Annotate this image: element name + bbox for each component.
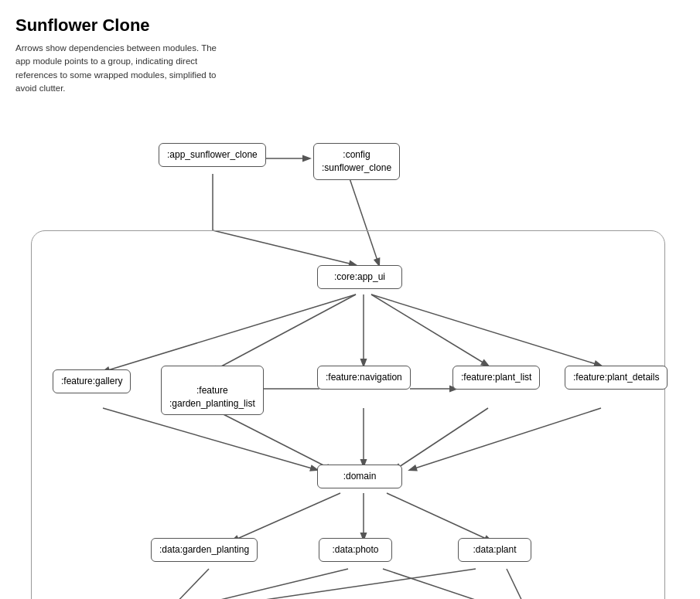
node-feature-plant-details: :feature:plant_details (565, 366, 668, 390)
node-feature-plant-list: :feature:plant_list (452, 366, 540, 390)
node-data-photo: :data:photo (319, 538, 392, 562)
node-feature-gallery: :feature:gallery (53, 369, 131, 393)
node-feature-navigation: :feature:navigation (317, 366, 411, 390)
node-data-plant: :data:plant (458, 538, 531, 562)
node-app-sunflower-clone: :app_sunflower_clone (159, 143, 266, 167)
node-feature-garden-planting-list: :feature :garden_planting_list (161, 366, 264, 415)
node-data-garden-planting: :data:garden_planting (151, 538, 258, 562)
description-text: Arrows show dependencies between modules… (15, 42, 224, 95)
node-domain: :domain (317, 465, 402, 488)
node-core-app-ui: :core:app_ui (317, 265, 402, 289)
diagram-area: :app_sunflower_clone :config :sunflower_… (15, 111, 681, 599)
node-config-sunflower-clone: :config :sunflower_clone (313, 143, 400, 180)
page-title: Sunflower Clone (15, 15, 685, 36)
